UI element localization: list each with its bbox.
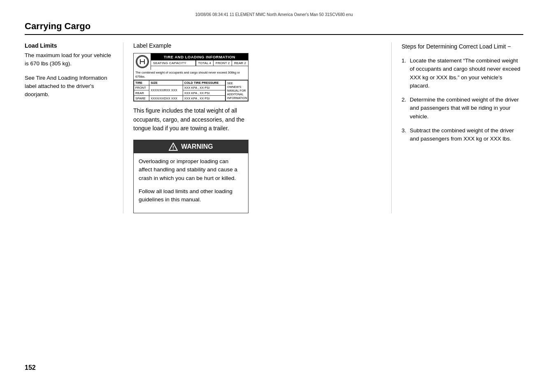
- rear-label: REAR 2: [232, 60, 248, 66]
- step-1-text: Locate the statement “The combined weigh…: [410, 57, 523, 90]
- col-tire: TIRE: [134, 80, 149, 85]
- step-1: 1. Locate the statement “The combined we…: [402, 57, 523, 90]
- page-title: Carrying Cargo: [25, 21, 523, 35]
- step-1-num: 1.: [402, 57, 410, 65]
- warning-label: WARNING: [181, 143, 213, 150]
- warning-para1: Overloading or improper loading can affe…: [139, 157, 243, 182]
- load-limits-title: Load Limits: [25, 42, 115, 49]
- total-label: TOTAL 4: [196, 60, 213, 66]
- see-manual-note: SEE OWNEW'S MANUAL FOR ADDITONAL INFORMA…: [225, 80, 248, 101]
- col-size: SIZE: [149, 80, 183, 85]
- right-column: Steps for Determining Correct Load Limit…: [392, 42, 523, 213]
- warning-box: ! WARNING Overloading or improper loadin…: [133, 140, 248, 213]
- step-2: 2. Determine the combined weight of the …: [402, 96, 523, 121]
- label-example-title: Label Example: [133, 42, 381, 49]
- step-2-num: 2.: [402, 96, 410, 104]
- tire-table: TIRE SIZE COLD TIRE PRESSURE FRONT XXXX/…: [134, 80, 225, 101]
- load-limits-para1: The maximum load for your vehicle is 670…: [25, 51, 115, 68]
- middle-column: Label Example: [123, 42, 392, 213]
- load-limits-para2: See Tire And Loading Information label a…: [25, 74, 115, 99]
- warning-content: Overloading or improper loading can affe…: [134, 153, 248, 213]
- step-3-text: Subtract the combined weight of the driv…: [410, 127, 523, 143]
- tire-notice: The combined weight of occupants and car…: [134, 70, 248, 80]
- cell-tire-spare: SPARE: [134, 96, 149, 101]
- col-pressure: COLD TIRE PRESSURE: [183, 80, 225, 85]
- seating-capacity-label: SEATING CAPACITY: [151, 60, 196, 66]
- left-column: Load Limits The maximum load for your ve…: [25, 42, 123, 213]
- honda-logo-svg: [137, 56, 148, 67]
- cell-psi-front: XXX KPA , XX PSI: [183, 85, 225, 90]
- cell-psi-spare: XXX KPA , XX PSI: [183, 96, 225, 101]
- cell-size-spare: XXXX/XXDXX XXX: [149, 96, 183, 101]
- step-3-num: 3.: [402, 127, 410, 135]
- steps-title: Steps for Determining Correct Load Limit…: [402, 42, 523, 51]
- svg-rect-1: [140, 59, 141, 64]
- svg-rect-3: [141, 61, 144, 62]
- content-grid: Load Limits The maximum load for your ve…: [25, 42, 523, 213]
- page-number: 152: [25, 364, 36, 371]
- svg-rect-2: [144, 59, 145, 64]
- tire-label: TIRE AND LOADING INFORMATION SEATING CAP…: [133, 53, 248, 101]
- warning-header: ! WARNING: [134, 140, 248, 153]
- svg-text:!: !: [172, 145, 174, 151]
- cell-tire-rear: REAR: [134, 90, 149, 96]
- triangle-svg: !: [169, 143, 178, 151]
- step-2-text: Determine the combined weight of the dri…: [410, 96, 523, 121]
- page-meta: 10/08/06 08:34:41 11 ELEMENT MMC North A…: [25, 12, 523, 17]
- warning-triangle-icon: !: [169, 143, 178, 151]
- step-3: 3. Subtract the combined weight of the d…: [402, 127, 523, 143]
- honda-logo-circle: [136, 55, 149, 68]
- cell-tire-front: FRONT: [134, 85, 149, 90]
- tire-info-header: TIRE AND LOADING INFORMATION: [151, 53, 248, 60]
- table-row: SPARE XXXX/XXDXX XXX XXX KPA , XX PSI: [134, 96, 225, 101]
- cell-psi-rear: XXX KPA , XX PSI: [183, 90, 225, 96]
- figure-caption: This figure includes the total weight of…: [133, 106, 248, 133]
- front-label: FRONT 2: [213, 60, 232, 66]
- warning-para2: Follow all load limits and other loading…: [139, 187, 243, 204]
- tire-seating-row: SEATING CAPACITY TOTAL 4 FRONT 2 REAR 2: [151, 60, 248, 66]
- cell-size-front: XXXX/XXRXX XXX: [149, 85, 183, 96]
- table-row: FRONT XXXX/XXRXX XXX XXX KPA , XX PSI: [134, 85, 225, 90]
